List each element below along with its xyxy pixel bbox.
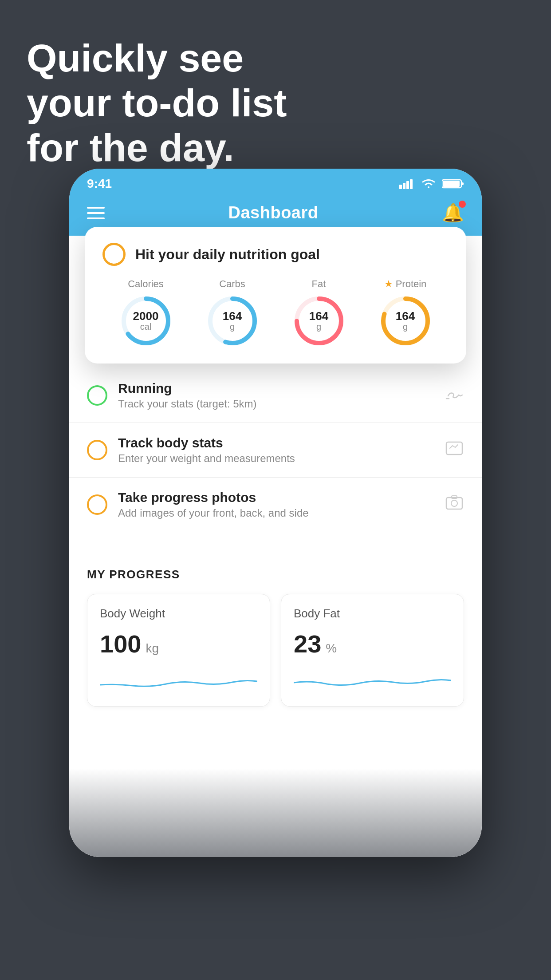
- notification-dot: [459, 201, 466, 208]
- scale-icon: [445, 439, 464, 462]
- carbs-value: 164: [223, 310, 242, 322]
- todo-title-photos: Take progress photos: [118, 490, 434, 505]
- progress-section: MY PROGRESS Body Weight 100 kg: [69, 550, 482, 715]
- todo-circle-body-stats: [87, 440, 107, 460]
- svg-rect-2: [406, 181, 409, 189]
- card-title-row: Hit your daily nutrition goal: [102, 243, 449, 266]
- svg-rect-3: [410, 179, 413, 189]
- todo-content-running: Running Track your stats (target: 5km): [118, 381, 434, 410]
- todo-circle-photos: [87, 494, 107, 515]
- menu-icon[interactable]: [87, 207, 105, 219]
- status-bar: 9:41: [69, 169, 482, 195]
- todo-item-body-stats[interactable]: Track body stats Enter your weight and m…: [69, 423, 482, 478]
- svg-rect-16: [446, 498, 462, 509]
- status-icons: [399, 178, 464, 190]
- nutrition-item-protein: ★ Protein 164 g: [379, 278, 432, 348]
- phone-wrapper: 9:41: [69, 169, 482, 857]
- todo-title-body-stats: Track body stats: [118, 435, 434, 450]
- header-title: Dashboard: [228, 203, 319, 222]
- carbs-label: Carbs: [219, 278, 245, 290]
- wifi-icon: [421, 178, 437, 190]
- signal-icon: [399, 178, 415, 189]
- protein-value: 164: [396, 310, 415, 322]
- svg-rect-6: [461, 182, 464, 185]
- photo-icon: [445, 493, 464, 516]
- todo-title-running: Running: [118, 381, 434, 396]
- app-body: THINGS TO DO TODAY Hit your daily nutrit…: [69, 236, 482, 857]
- card-check-circle[interactable]: [102, 243, 126, 266]
- todo-circle-running: [87, 385, 107, 406]
- bottom-shadow: [69, 768, 482, 857]
- nutrition-row: Calories 2000 cal: [102, 278, 449, 348]
- calories-label: Calories: [128, 278, 164, 290]
- body-weight-value: 100: [100, 629, 141, 658]
- todo-subtitle-running: Track your stats (target: 5km): [118, 398, 434, 410]
- calories-ring: 2000 cal: [119, 294, 173, 348]
- progress-cards: Body Weight 100 kg: [87, 594, 464, 707]
- todo-subtitle-body-stats: Enter your weight and measurements: [118, 452, 434, 465]
- body-weight-card[interactable]: Body Weight 100 kg: [87, 594, 270, 707]
- body-weight-value-row: 100 kg: [100, 629, 257, 658]
- nutrition-item-fat: Fat 164 g: [292, 278, 346, 348]
- protein-ring: 164 g: [379, 294, 432, 348]
- notification-bell[interactable]: 🔔: [442, 202, 464, 223]
- todo-item-photos[interactable]: Take progress photos Add images of your …: [69, 478, 482, 532]
- running-icon: [445, 386, 464, 405]
- calories-unit: cal: [133, 322, 159, 332]
- nutrition-item-calories: Calories 2000 cal: [119, 278, 173, 348]
- body-weight-chart: [100, 667, 257, 694]
- body-fat-unit: %: [326, 641, 337, 656]
- body-fat-title: Body Fat: [294, 607, 451, 620]
- phone: 9:41: [69, 169, 482, 857]
- nutrition-item-carbs: Carbs 164 g: [206, 278, 259, 348]
- fat-label: Fat: [312, 278, 326, 290]
- body-fat-value: 23: [294, 629, 321, 658]
- svg-rect-0: [399, 185, 402, 189]
- calories-value: 2000: [133, 310, 159, 322]
- battery-icon: [442, 178, 464, 189]
- fat-value: 164: [309, 310, 328, 322]
- body-fat-card[interactable]: Body Fat 23 %: [281, 594, 464, 707]
- time: 9:41: [87, 177, 112, 191]
- svg-rect-5: [443, 181, 460, 187]
- body-fat-value-row: 23 %: [294, 629, 451, 658]
- nutrition-card: Hit your daily nutrition goal Calories 2: [85, 227, 466, 364]
- svg-rect-15: [446, 442, 462, 454]
- body-weight-title: Body Weight: [100, 607, 257, 620]
- body-weight-unit: kg: [146, 641, 159, 656]
- card-title: Hit your daily nutrition goal: [135, 246, 320, 263]
- todo-content-body-stats: Track body stats Enter your weight and m…: [118, 435, 434, 465]
- body-fat-chart: [294, 667, 451, 694]
- fat-ring: 164 g: [292, 294, 346, 348]
- carbs-unit: g: [223, 322, 242, 332]
- svg-point-17: [451, 500, 457, 506]
- todo-subtitle-photos: Add images of your front, back, and side: [118, 507, 434, 519]
- progress-section-title: MY PROGRESS: [87, 568, 464, 581]
- svg-rect-1: [403, 183, 405, 189]
- fat-unit: g: [309, 322, 328, 332]
- hero-text: Quickly see your to-do list for the day.: [27, 36, 287, 170]
- star-icon: ★: [384, 278, 393, 290]
- todo-content-photos: Take progress photos Add images of your …: [118, 490, 434, 519]
- protein-unit: g: [396, 322, 415, 332]
- todo-item-running[interactable]: Running Track your stats (target: 5km): [69, 368, 482, 423]
- carbs-ring: 164 g: [206, 294, 259, 348]
- protein-label: ★ Protein: [384, 278, 427, 290]
